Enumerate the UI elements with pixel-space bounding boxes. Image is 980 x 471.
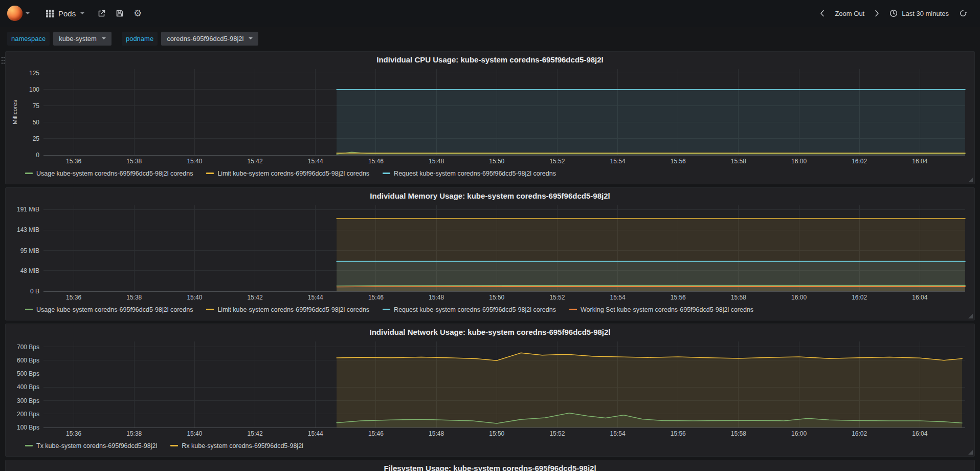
- svg-text:25: 25: [33, 135, 40, 142]
- svg-text:15:58: 15:58: [731, 294, 746, 301]
- variable-podname: podname coredns-695f96dcd5-98j2l: [122, 32, 259, 46]
- svg-text:500 Bps: 500 Bps: [17, 370, 39, 377]
- legend-swatch: [25, 445, 33, 446]
- panel-title-memory[interactable]: Individual Memory Usage: kube-system cor…: [11, 190, 969, 202]
- svg-text:15:46: 15:46: [368, 158, 384, 165]
- svg-text:15:48: 15:48: [429, 430, 444, 437]
- memory-legend: Usage kube-system coredns-695f96dcd5-98j…: [11, 303, 969, 315]
- legend-item[interactable]: Working Set kube-system coredns-695f96dc…: [569, 306, 753, 313]
- svg-text:15:50: 15:50: [489, 430, 504, 437]
- legend-item[interactable]: Limit kube-system coredns-695f96dcd5-98j…: [206, 306, 369, 313]
- svg-text:400 Bps: 400 Bps: [17, 383, 39, 391]
- svg-text:15:42: 15:42: [248, 158, 263, 165]
- dashboard: Individual CPU Usage: kube-system coredn…: [0, 50, 980, 471]
- gear-icon: ⚙: [133, 9, 142, 18]
- legend-item[interactable]: Rx kube-system coredns-695f96dcd5-98j2l: [170, 442, 303, 449]
- cpu-legend: Usage kube-system coredns-695f96dcd5-98j…: [11, 166, 969, 179]
- svg-text:143 MiB: 143 MiB: [17, 226, 39, 233]
- svg-text:15:44: 15:44: [308, 430, 323, 437]
- panel-resize-handle[interactable]: [968, 314, 973, 318]
- refresh-icon: [959, 9, 967, 17]
- grafana-menu-button[interactable]: [4, 6, 35, 21]
- legend-item[interactable]: Usage kube-system coredns-695f96dcd5-98j…: [25, 170, 193, 177]
- navbar-right: Zoom Out Last 30 minutes: [815, 6, 972, 21]
- save-button[interactable]: [116, 9, 124, 17]
- share-button[interactable]: [98, 9, 106, 17]
- chevron-left-icon: [820, 10, 825, 17]
- svg-text:15:52: 15:52: [549, 430, 565, 437]
- svg-text:200 Bps: 200 Bps: [17, 411, 39, 418]
- legend-item[interactable]: Limit kube-system coredns-695f96dcd5-98j…: [206, 170, 369, 177]
- dashboard-title: Pods: [58, 9, 76, 18]
- legend-swatch: [383, 173, 390, 174]
- panel-title-cpu[interactable]: Individual CPU Usage: kube-system coredn…: [11, 54, 969, 66]
- svg-text:48 MiB: 48 MiB: [20, 267, 39, 274]
- legend-item[interactable]: Request kube-system coredns-695f96dcd5-9…: [383, 170, 556, 177]
- legend-item[interactable]: Usage kube-system coredns-695f96dcd5-98j…: [25, 306, 193, 313]
- refresh-button[interactable]: [954, 6, 972, 21]
- legend-swatch: [25, 309, 33, 310]
- panel-network: Individual Network Usage: kube-system co…: [5, 324, 975, 457]
- svg-text:75: 75: [33, 102, 40, 110]
- svg-text:15:38: 15:38: [126, 430, 142, 437]
- panel-filesystem: Filesystem Usage: kube-system coredns-69…: [5, 460, 975, 471]
- svg-text:15:54: 15:54: [610, 158, 626, 165]
- caret-down-icon: [102, 37, 106, 39]
- grafana-logo-icon: [7, 6, 23, 21]
- legend-item[interactable]: Request kube-system coredns-695f96dcd5-9…: [383, 306, 556, 313]
- legend-label: Tx kube-system coredns-695f96dcd5-98j2l: [36, 442, 157, 449]
- variable-namespace-value: kube-system: [59, 35, 97, 42]
- svg-text:15:58: 15:58: [731, 430, 746, 437]
- variable-namespace: namespace kube-system: [7, 32, 112, 46]
- svg-text:15:56: 15:56: [671, 294, 686, 301]
- share-icon: [98, 9, 106, 17]
- legend-swatch: [25, 173, 33, 174]
- chevron-right-icon: [875, 10, 879, 17]
- legend-swatch: [206, 309, 214, 310]
- settings-button[interactable]: ⚙: [133, 9, 142, 18]
- svg-text:15:40: 15:40: [187, 158, 202, 165]
- svg-text:15:56: 15:56: [671, 430, 686, 437]
- cpu-chart[interactable]: 025507510012515:3615:3815:4015:4215:4415…: [11, 66, 970, 166]
- shift-time-forward-button[interactable]: [870, 6, 884, 20]
- navbar-left: Pods ⚙: [4, 6, 142, 21]
- svg-text:15:44: 15:44: [308, 294, 323, 301]
- legend-swatch: [383, 309, 390, 310]
- svg-text:15:54: 15:54: [610, 294, 626, 301]
- svg-text:15:36: 15:36: [66, 430, 81, 437]
- row-drag-handle[interactable]: [1, 56, 5, 66]
- svg-text:16:00: 16:00: [791, 430, 807, 437]
- variable-namespace-select[interactable]: kube-system: [53, 32, 112, 46]
- legend-label: Rx kube-system coredns-695f96dcd5-98j2l: [182, 442, 303, 449]
- svg-text:15:44: 15:44: [308, 158, 323, 165]
- svg-text:600 Bps: 600 Bps: [17, 357, 39, 364]
- svg-text:15:54: 15:54: [610, 430, 626, 437]
- panel-title-network[interactable]: Individual Network Usage: kube-system co…: [11, 326, 969, 338]
- zoom-out-button[interactable]: Zoom Out: [830, 6, 869, 21]
- svg-text:15:46: 15:46: [368, 430, 384, 437]
- time-range-picker[interactable]: Last 30 minutes: [885, 6, 953, 21]
- svg-text:15:40: 15:40: [187, 430, 202, 437]
- svg-text:15:42: 15:42: [248, 294, 263, 301]
- panel-memory: Individual Memory Usage: kube-system cor…: [5, 187, 975, 320]
- svg-text:95 MiB: 95 MiB: [20, 247, 39, 254]
- network-chart[interactable]: 100 Bps200 Bps300 Bps400 Bps500 Bps600 B…: [11, 338, 970, 439]
- panel-resize-handle[interactable]: [968, 450, 973, 455]
- shift-time-back-button[interactable]: [815, 6, 829, 20]
- svg-text:15:40: 15:40: [187, 294, 202, 301]
- memory-chart[interactable]: 0 B48 MiB95 MiB143 MiB191 MiB15:3615:381…: [11, 202, 970, 303]
- variable-podname-label: podname: [122, 32, 158, 46]
- variable-podname-select[interactable]: coredns-695f96dcd5-98j2l: [161, 32, 258, 46]
- time-range-label: Last 30 minutes: [902, 10, 949, 17]
- svg-text:50: 50: [33, 119, 40, 126]
- svg-text:15:52: 15:52: [549, 294, 565, 301]
- dashboard-title-dropdown[interactable]: Pods: [39, 9, 92, 18]
- legend-swatch: [170, 445, 178, 446]
- svg-text:16:04: 16:04: [912, 430, 927, 437]
- panel-title-filesystem[interactable]: Filesystem Usage: kube-system coredns-69…: [11, 462, 969, 471]
- legend-item[interactable]: Tx kube-system coredns-695f96dcd5-98j2l: [25, 442, 157, 449]
- panel-resize-handle[interactable]: [968, 178, 973, 182]
- legend-swatch: [206, 173, 214, 174]
- legend-label: Request kube-system coredns-695f96dcd5-9…: [394, 306, 556, 313]
- navbar: Pods ⚙ Zoom Out: [0, 0, 980, 27]
